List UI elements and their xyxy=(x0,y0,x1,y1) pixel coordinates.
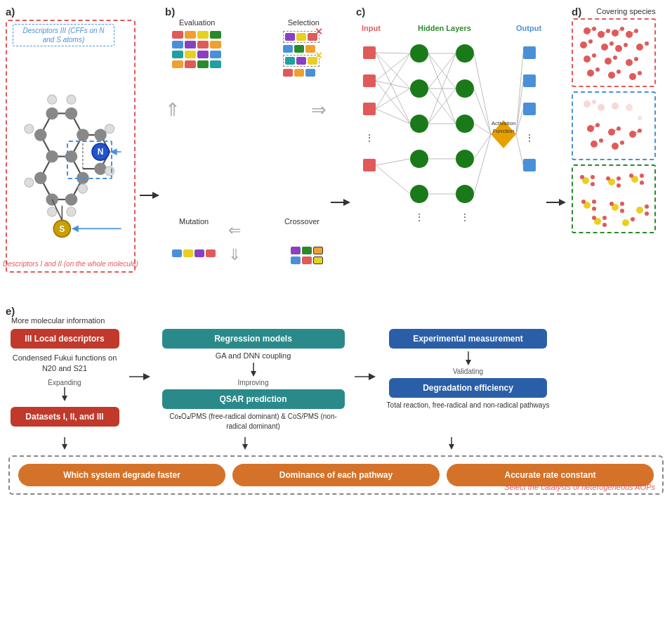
svg-point-155 xyxy=(591,141,598,148)
svg-point-119 xyxy=(580,41,587,48)
svg-point-26 xyxy=(65,108,78,120)
svg-point-25 xyxy=(77,129,89,141)
svg-line-80 xyxy=(376,53,410,124)
svg-point-179 xyxy=(620,202,624,206)
svg-rect-74 xyxy=(523,74,536,87)
svg-line-104 xyxy=(474,134,491,194)
svg-text:Hidden Layers: Hidden Layers xyxy=(418,24,471,32)
select-catalysts-label: Select the catalysts of heterogeneous AO… xyxy=(504,483,655,491)
svg-point-39 xyxy=(67,95,76,104)
svg-point-23 xyxy=(46,150,58,163)
local-desc-sub: Condensed Fukui functions on N20 and S21 xyxy=(8,353,121,375)
svg-line-79 xyxy=(376,53,410,89)
svg-point-167 xyxy=(617,176,621,181)
which-system-box: Which system degrade faster xyxy=(18,464,225,486)
svg-point-128 xyxy=(592,53,596,58)
svg-rect-55 xyxy=(363,103,376,115)
arrow-up: ⇑ xyxy=(165,99,180,121)
svg-point-36 xyxy=(48,207,57,216)
svg-point-158 xyxy=(620,141,624,145)
svg-marker-47 xyxy=(152,192,159,199)
svg-point-125 xyxy=(636,44,643,51)
bottom-results-box: Which system degrade faster Dominance of… xyxy=(8,455,664,495)
svg-point-147 xyxy=(626,104,633,111)
svg-point-21 xyxy=(46,108,58,120)
svg-point-123 xyxy=(615,45,622,52)
n-atom-box xyxy=(67,141,112,179)
svg-line-81 xyxy=(376,53,410,81)
svg-point-183 xyxy=(645,204,649,209)
svg-rect-73 xyxy=(523,46,536,59)
regression-box: Regression models xyxy=(162,329,345,349)
more-molecular-label: More molecular information xyxy=(11,316,666,325)
svg-text:⋮: ⋮ xyxy=(414,212,424,223)
svg-point-129 xyxy=(605,58,612,65)
svg-line-103 xyxy=(474,134,491,159)
svg-point-120 xyxy=(588,39,593,44)
svg-point-133 xyxy=(587,70,594,77)
svg-marker-49 xyxy=(343,199,350,206)
svg-text:S: S xyxy=(59,224,65,234)
svg-line-87 xyxy=(376,159,410,165)
covering-species-title: Covering species xyxy=(572,7,672,15)
datasets-box: Datasets I, II, and III xyxy=(11,407,119,427)
svg-point-124 xyxy=(624,43,628,47)
ffa-box xyxy=(572,164,656,233)
crossover-label: Crossover xyxy=(284,217,319,226)
svg-point-165 xyxy=(580,175,584,179)
svg-point-33 xyxy=(48,95,57,104)
svg-point-64 xyxy=(456,44,474,63)
svg-point-132 xyxy=(634,57,638,61)
svg-point-187 xyxy=(602,223,607,227)
svg-point-190 xyxy=(631,217,635,221)
panel-b-label: b) xyxy=(165,6,175,18)
svg-point-181 xyxy=(610,202,614,206)
svg-marker-204 xyxy=(242,444,248,450)
svg-point-169 xyxy=(606,176,610,181)
svg-point-130 xyxy=(613,56,617,60)
svg-point-67 xyxy=(456,150,474,168)
svg-text:⋮: ⋮ xyxy=(460,212,470,223)
svg-rect-77 xyxy=(523,159,536,171)
svg-point-145 xyxy=(598,104,605,111)
svg-marker-206 xyxy=(449,444,454,450)
panel-c-label: c) xyxy=(356,6,365,18)
svg-point-176 xyxy=(592,207,596,211)
panel-e-label: e) xyxy=(6,305,15,317)
svg-rect-57 xyxy=(363,159,376,171)
svg-marker-196 xyxy=(251,371,256,377)
svg-point-156 xyxy=(599,138,603,143)
svg-point-134 xyxy=(595,67,600,72)
descriptor-iii-label: Descriptors III (CFFs on N and S atoms) xyxy=(13,24,114,46)
svg-point-175 xyxy=(592,200,596,204)
svg-point-137 xyxy=(629,73,636,80)
svg-point-144 xyxy=(592,100,596,104)
svg-point-184 xyxy=(645,212,649,216)
svg-point-38 xyxy=(78,184,87,193)
svg-point-58 xyxy=(410,44,428,63)
svg-line-108 xyxy=(516,134,523,165)
svg-marker-192 xyxy=(62,396,67,401)
svg-line-84 xyxy=(376,53,410,109)
svg-point-59 xyxy=(410,79,428,98)
panel-d-label: d) xyxy=(572,6,581,18)
arrow-a-to-b xyxy=(140,90,161,301)
degradation-sub: Total reaction, free-radical and non-rad… xyxy=(387,401,550,410)
svg-text:Activation: Activation xyxy=(492,120,516,126)
svg-point-60 xyxy=(410,115,428,133)
svg-marker-110 xyxy=(559,199,566,206)
arrow-right-ga: ⇒ xyxy=(311,99,327,121)
svg-point-61 xyxy=(410,150,428,168)
svg-marker-202 xyxy=(62,444,67,450)
svg-text:Input: Input xyxy=(362,24,381,32)
svg-point-29 xyxy=(65,193,78,206)
svg-marker-200 xyxy=(466,360,471,365)
svg-text:⋮: ⋮ xyxy=(525,132,534,143)
svg-point-127 xyxy=(584,56,591,63)
svg-line-85 xyxy=(376,89,410,109)
svg-point-189 xyxy=(622,219,629,226)
svg-line-106 xyxy=(516,81,523,134)
svg-point-164 xyxy=(591,182,595,186)
expanding-arrow: Expanding xyxy=(48,379,81,403)
svg-point-126 xyxy=(645,41,649,46)
